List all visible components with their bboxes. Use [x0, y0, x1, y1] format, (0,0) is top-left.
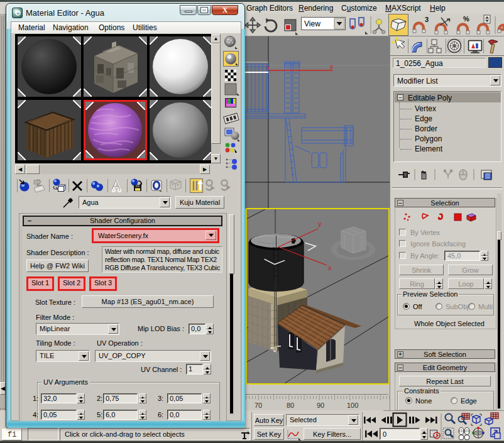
- svg-text:View: View: [304, 19, 320, 28]
- svg-text:3: 3: [425, 16, 429, 23]
- svg-text:90: 90: [317, 402, 324, 409]
- svg-text:y: y: [266, 63, 270, 70]
- svg-text:100: 100: [347, 402, 358, 409]
- svg-text:70: 70: [255, 402, 262, 409]
- svg-text:x: x: [328, 264, 332, 271]
- svg-text:80: 80: [287, 402, 294, 409]
- svg-text:x: x: [330, 63, 333, 70]
- svg-text:%: %: [463, 15, 469, 23]
- svg-text:y: y: [318, 220, 322, 227]
